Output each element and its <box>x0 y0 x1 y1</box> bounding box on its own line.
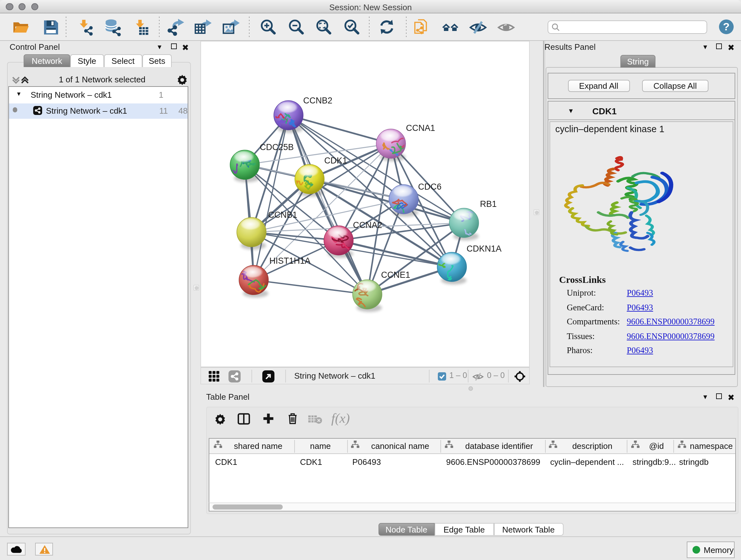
svg-text:CDKN1A: CDKN1A <box>467 244 502 253</box>
svg-text:CCNA1: CCNA1 <box>406 123 435 132</box>
svg-text:CCNB2: CCNB2 <box>303 96 333 105</box>
svg-text:?: ? <box>723 20 730 33</box>
svg-text:CCNB1: CCNB1 <box>268 210 297 219</box>
svg-text:CDC25B: CDC25B <box>260 142 294 152</box>
svg-text:CCNE1: CCNE1 <box>381 270 410 279</box>
svg-text:CCNA2: CCNA2 <box>353 220 382 230</box>
svg-text:RB1: RB1 <box>480 199 497 208</box>
svg-text:CDC6: CDC6 <box>418 182 442 191</box>
svg-text:HIST1H1A: HIST1H1A <box>269 256 311 265</box>
svg-text:CDK1: CDK1 <box>324 155 347 165</box>
